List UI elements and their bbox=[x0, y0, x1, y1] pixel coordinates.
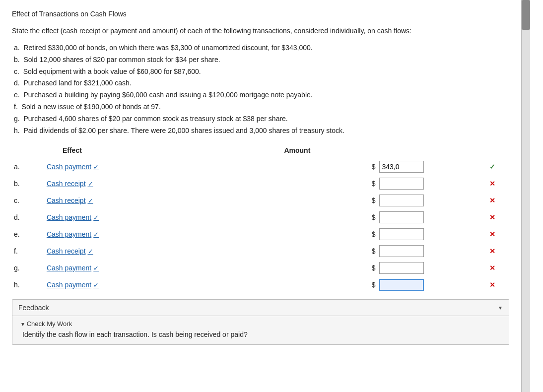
row-letter-b: b. bbox=[12, 175, 43, 192]
dollar-sign-h: $ bbox=[262, 276, 377, 293]
effect-cell-g[interactable]: Cash payment ✓ bbox=[43, 260, 262, 276]
dollar-sign-e: $ bbox=[262, 226, 377, 243]
table-row: c.Cash receipt ✓$✕ bbox=[12, 192, 509, 209]
status-cell-d: ✕ bbox=[487, 209, 509, 226]
x-icon[interactable]: ✕ bbox=[489, 230, 495, 238]
effect-dropdown-f[interactable]: Cash receipt ✓ bbox=[45, 246, 95, 256]
scrollbar-thumb[interactable] bbox=[522, 0, 530, 30]
effect-dropdown-a[interactable]: Cash payment ✓ bbox=[45, 162, 101, 172]
transaction-c: c. Sold equipment with a book value of $… bbox=[12, 66, 509, 78]
transaction-d: d. Purchased land for $321,000 cash. bbox=[12, 77, 509, 89]
table-row: d.Cash payment ✓$✕ bbox=[12, 209, 509, 226]
feedback-header: Feedback ▼ bbox=[12, 300, 509, 316]
status-cell-c: ✕ bbox=[487, 192, 509, 209]
row-letter-c: c. bbox=[12, 192, 43, 209]
effect-label: Cash receipt bbox=[47, 247, 86, 255]
page-wrapper: Effect of Transactions on Cash Flows Sta… bbox=[0, 0, 543, 392]
table-row: g.Cash payment ✓$✕ bbox=[12, 260, 509, 276]
table-header-row: Effect Amount bbox=[12, 144, 509, 158]
amount-input-a[interactable] bbox=[379, 161, 424, 173]
amount-cell-d[interactable] bbox=[377, 209, 487, 226]
x-icon[interactable]: ✕ bbox=[489, 196, 495, 204]
x-icon[interactable]: ✕ bbox=[489, 281, 495, 289]
feedback-body: Check My Work Identify the cash flow in … bbox=[12, 316, 509, 344]
row-letter-a: a. bbox=[12, 158, 43, 175]
checkmark-icon: ✓ bbox=[93, 231, 99, 238]
amount-input-f[interactable] bbox=[379, 245, 424, 257]
amount-cell-g[interactable] bbox=[377, 260, 487, 276]
amount-cell-e[interactable] bbox=[377, 226, 487, 243]
effect-cell-e[interactable]: Cash payment ✓ bbox=[43, 226, 262, 243]
checkmark-icon: ✓ bbox=[88, 248, 93, 255]
transaction-e: e. Purchased a building by paying $60,00… bbox=[12, 89, 509, 101]
effect-cell-f[interactable]: Cash receipt ✓ bbox=[43, 243, 262, 260]
x-icon[interactable]: ✕ bbox=[489, 247, 495, 255]
amount-cell-c[interactable] bbox=[377, 192, 487, 209]
amount-header: Amount bbox=[262, 144, 377, 158]
effect-dropdown-b[interactable]: Cash receipt ✓ bbox=[45, 179, 95, 189]
effect-cell-a[interactable]: Cash payment ✓ bbox=[43, 158, 262, 175]
status-cell-e: ✕ bbox=[487, 226, 509, 243]
dollar-sign-f: $ bbox=[262, 243, 377, 260]
table-row: e.Cash payment ✓$✕ bbox=[12, 226, 509, 243]
x-icon[interactable]: ✕ bbox=[489, 264, 495, 272]
effect-label: Cash payment bbox=[47, 163, 91, 171]
amount-cell-h[interactable] bbox=[377, 276, 487, 293]
amount-input-b[interactable] bbox=[379, 178, 424, 190]
effect-dropdown-g[interactable]: Cash payment ✓ bbox=[45, 263, 101, 273]
x-icon[interactable]: ✕ bbox=[489, 180, 495, 188]
main-content: Effect of Transactions on Cash Flows Sta… bbox=[0, 0, 521, 392]
status-cell-g: ✕ bbox=[487, 260, 509, 276]
checkmark-icon: ✓ bbox=[93, 163, 99, 171]
effect-header: Effect bbox=[43, 144, 262, 158]
checkmark-icon: ✓ bbox=[93, 214, 99, 221]
effect-cell-h[interactable]: Cash payment ✓ bbox=[43, 276, 262, 293]
effect-dropdown-h[interactable]: Cash payment ✓ bbox=[45, 280, 101, 290]
table-row: a.Cash payment ✓$✓ bbox=[12, 158, 509, 175]
dollar-sign-b: $ bbox=[262, 175, 377, 192]
effect-dropdown-e[interactable]: Cash payment ✓ bbox=[45, 229, 101, 239]
transaction-f: f. Sold a new issue of $190,000 of bonds… bbox=[12, 101, 509, 113]
amount-input-d[interactable] bbox=[379, 211, 424, 223]
effect-dropdown-c[interactable]: Cash receipt ✓ bbox=[45, 196, 95, 205]
amount-input-h[interactable] bbox=[379, 279, 424, 291]
check-my-work-toggle[interactable]: Check My Work bbox=[20, 320, 501, 327]
instructions: State the effect (cash receipt or paymen… bbox=[12, 26, 509, 36]
row-letter-g: g. bbox=[12, 260, 43, 276]
effect-cell-d[interactable]: Cash payment ✓ bbox=[43, 209, 262, 226]
effect-label: Cash payment bbox=[47, 213, 91, 221]
status-cell-h: ✕ bbox=[487, 276, 509, 293]
row-letter-d: d. bbox=[12, 209, 43, 226]
amount-input-e[interactable] bbox=[379, 228, 424, 240]
amount-cell-b[interactable] bbox=[377, 175, 487, 192]
page-title: Effect of Transactions on Cash Flows bbox=[12, 10, 509, 18]
effect-cell-c[interactable]: Cash receipt ✓ bbox=[43, 192, 262, 209]
table-row: f.Cash receipt ✓$✕ bbox=[12, 243, 509, 260]
feedback-title: Feedback bbox=[18, 304, 49, 312]
amount-cell-f[interactable] bbox=[377, 243, 487, 260]
amount-input-g[interactable] bbox=[379, 262, 424, 274]
effect-label: Cash payment bbox=[47, 230, 91, 238]
transaction-a: a. Retired $330,000 of bonds, on which t… bbox=[12, 42, 509, 54]
blank-header bbox=[12, 144, 43, 158]
scrollbar[interactable] bbox=[521, 0, 530, 392]
amount-cell-a[interactable] bbox=[377, 158, 487, 175]
effect-label: Cash payment bbox=[47, 264, 91, 272]
transaction-g: g. Purchased 4,600 shares of $20 par com… bbox=[12, 113, 509, 125]
x-icon[interactable]: ✕ bbox=[489, 213, 495, 221]
amount-input-c[interactable] bbox=[379, 195, 424, 206]
row-letter-e: e. bbox=[12, 226, 43, 243]
checkmark-icon: ✓ bbox=[93, 281, 99, 289]
dollar-sign-a: $ bbox=[262, 158, 377, 175]
row-letter-f: f. bbox=[12, 243, 43, 260]
effect-dropdown-d[interactable]: Cash payment ✓ bbox=[45, 212, 101, 222]
dollar-sign-g: $ bbox=[262, 260, 377, 276]
status-cell-b: ✕ bbox=[487, 175, 509, 192]
effect-cell-b[interactable]: Cash receipt ✓ bbox=[43, 175, 262, 192]
feedback-box: Feedback ▼ Check My Work Identify the ca… bbox=[12, 299, 509, 345]
dollar-sign-d: $ bbox=[262, 209, 377, 226]
effect-label: Cash receipt bbox=[47, 196, 86, 204]
checkmark-icon: ✓ bbox=[88, 197, 93, 204]
dollar-sign-c: $ bbox=[262, 192, 377, 209]
checkmark-icon: ✓ bbox=[88, 180, 93, 188]
